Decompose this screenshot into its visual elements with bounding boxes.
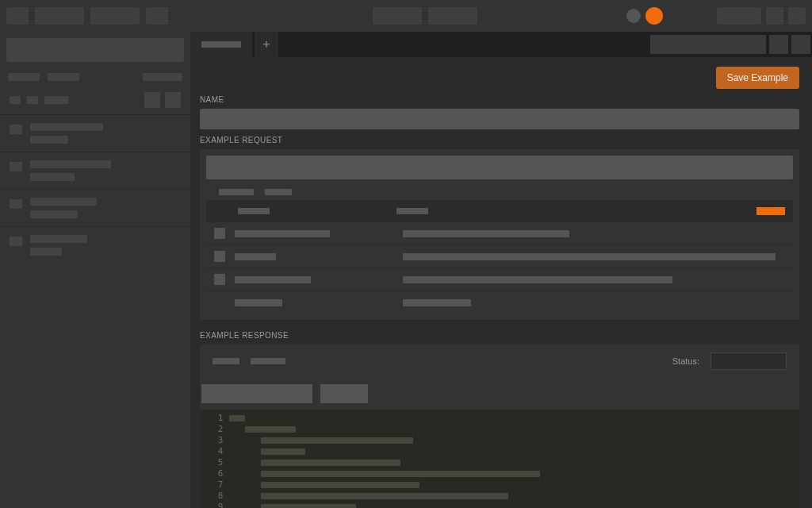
response-body[interactable]: 123456789101112 (200, 410, 799, 508)
sidebar-item[interactable] (0, 189, 190, 226)
example-request-label: EXAMPLE REQUEST (200, 136, 799, 144)
toolbar-button[interactable] (717, 7, 761, 25)
method-badge (10, 125, 22, 134)
method-badge (10, 199, 22, 209)
request-table-header (206, 200, 793, 221)
toolbar-button[interactable] (788, 7, 806, 25)
row-checkbox[interactable] (214, 274, 225, 285)
response-subtab[interactable] (251, 358, 285, 364)
request-row[interactable] (206, 267, 793, 291)
avatar-active[interactable] (645, 7, 663, 25)
toolbar-button[interactable] (6, 7, 29, 25)
toolbar-button[interactable] (373, 7, 422, 25)
avatar[interactable] (626, 9, 641, 23)
sidebar-tab[interactable] (8, 73, 40, 81)
sidebar-item[interactable] (0, 114, 190, 152)
toolbar-button[interactable] (90, 7, 140, 25)
sidebar-tab[interactable] (143, 73, 182, 81)
save-example-button[interactable]: Save Example (716, 67, 799, 89)
response-tool[interactable] (201, 384, 312, 403)
name-label: NAME (200, 95, 799, 104)
sidebar (0, 32, 190, 508)
request-panel (200, 149, 799, 320)
top-bar (0, 0, 812, 32)
tab-search[interactable] (650, 35, 766, 54)
sidebar-tab[interactable] (48, 73, 79, 81)
sidebar-search[interactable] (6, 38, 184, 62)
request-row[interactable] (206, 244, 793, 267)
tab-add-button[interactable]: + (255, 32, 278, 57)
response-subtab[interactable] (213, 358, 239, 364)
col-value (396, 208, 428, 214)
status-input[interactable] (710, 352, 787, 370)
toolbar-button[interactable] (35, 7, 84, 25)
toolbar-button[interactable] (146, 7, 168, 25)
sidebar-control[interactable] (144, 92, 160, 108)
response-tabs: Status: (200, 344, 799, 378)
row-value[interactable] (403, 253, 776, 260)
sidebar-item[interactable] (0, 226, 190, 264)
tab[interactable] (190, 32, 253, 57)
tab-strip: + (190, 32, 812, 57)
status-label: Status: (672, 356, 699, 366)
tab-tool[interactable] (769, 35, 788, 54)
sidebar-item[interactable] (0, 152, 190, 189)
row-checkbox[interactable] (214, 228, 225, 239)
url-input[interactable] (206, 156, 793, 179)
row-key[interactable] (235, 276, 311, 283)
row-checkbox[interactable] (214, 251, 225, 262)
row-key[interactable] (235, 299, 282, 306)
row-value[interactable] (403, 299, 471, 306)
sidebar-control[interactable] (10, 96, 21, 104)
sidebar-control[interactable] (27, 96, 38, 104)
request-row[interactable] (206, 291, 793, 314)
method-badge (10, 162, 22, 171)
request-subtab[interactable] (265, 189, 292, 195)
tab-tool[interactable] (791, 35, 810, 54)
example-response-label: EXAMPLE RESPONSE (200, 331, 799, 340)
toolbar-button[interactable] (428, 7, 477, 25)
bulk-edit-link[interactable] (756, 207, 785, 215)
row-value[interactable] (403, 230, 569, 237)
sidebar-control[interactable] (165, 92, 181, 108)
toolbar-button[interactable] (766, 7, 783, 25)
col-key (238, 208, 270, 214)
request-row[interactable] (206, 221, 793, 244)
row-value[interactable] (403, 276, 672, 283)
row-key[interactable] (235, 253, 276, 260)
response-tool[interactable] (320, 384, 368, 403)
name-input[interactable] (200, 109, 799, 129)
request-subtab[interactable] (219, 189, 254, 195)
line-gutter: 123456789101112 (200, 410, 229, 508)
method-badge (10, 237, 22, 246)
row-key[interactable] (235, 230, 330, 237)
sidebar-control[interactable] (44, 96, 68, 104)
